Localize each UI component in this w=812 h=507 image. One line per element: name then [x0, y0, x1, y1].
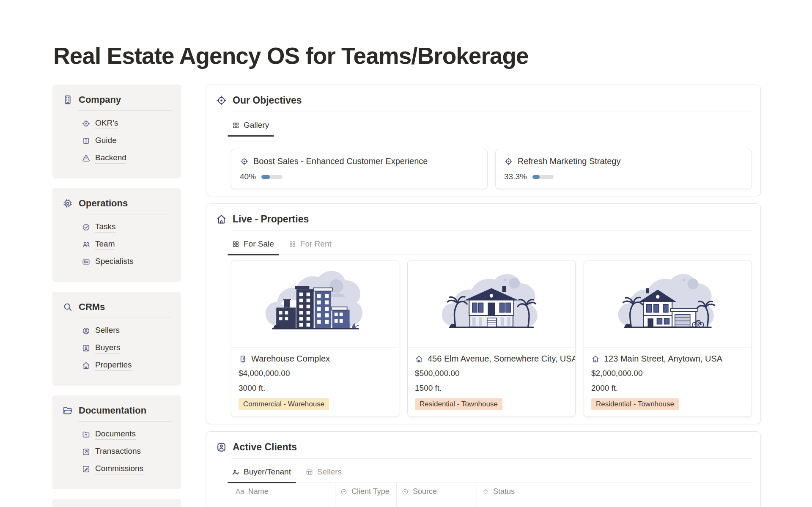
column-header-name[interactable]: Aa Name	[231, 483, 335, 507]
property-title: Warehouse Complex	[251, 354, 330, 364]
divider	[78, 421, 172, 422]
select-icon	[340, 488, 348, 496]
text-icon: Aa	[236, 488, 244, 496]
open-book-icon	[82, 137, 91, 145]
warning-icon	[82, 154, 91, 163]
sidebar-item-guide[interactable]: Guide	[82, 135, 176, 146]
property-size: 2000 ft.	[591, 384, 744, 393]
sidebar-item-label: Buyers	[95, 343, 120, 354]
id-card-icon	[82, 258, 91, 266]
progress-bar	[261, 175, 283, 179]
tab-for-rent[interactable]: For Rent	[288, 231, 332, 255]
property-card[interactable]: Warehouse Complex $4,000,000.00 3000 ft.…	[231, 260, 399, 417]
sidebar-item-label: Commissions	[95, 464, 143, 474]
property-tag: Commercial - Warehouse	[239, 398, 329, 410]
sidebar-section-title: Documentation	[79, 405, 146, 416]
sidebar-section-crms: CRMs Sellers Buyers Properties	[52, 292, 181, 386]
property-card[interactable]: 456 Elm Avenue, Somewhere City, USA $500…	[407, 260, 576, 417]
objective-title: Boost Sales - Enhanced Customer Experien…	[253, 156, 428, 166]
sidebar-item-team[interactable]: Team	[82, 239, 176, 250]
home-icon	[216, 214, 227, 225]
folder-open-icon	[62, 405, 73, 416]
tab-label: For Rent	[300, 239, 332, 249]
tab-sellers[interactable]: Sellers	[304, 459, 343, 482]
sidebar-item-label: Sellers	[95, 326, 120, 336]
target-icon	[240, 157, 249, 166]
property-card[interactable]: 123 Main Street, Anytown, USA $2,000,000…	[584, 260, 752, 417]
person-card-icon	[216, 441, 227, 453]
grid-icon	[288, 240, 296, 248]
check-circle-icon	[82, 223, 91, 232]
divider	[78, 214, 172, 214]
property-tag: Residential - Townhouse	[591, 398, 679, 410]
sidebar-item-buyers[interactable]: Buyers	[82, 343, 176, 354]
user-square-icon	[82, 344, 91, 353]
home-icon	[591, 355, 600, 363]
search-icon	[62, 301, 73, 312]
sidebar-section-marketing: Marketing Brand Assets	[52, 499, 181, 507]
property-size: 1500 ft.	[415, 384, 568, 393]
progress-bar-fill	[532, 175, 540, 179]
folder-plus-icon	[82, 430, 91, 439]
user-circle-icon	[82, 326, 91, 335]
building-icon	[62, 94, 73, 105]
sidebar-item-tasks[interactable]: Tasks	[82, 222, 176, 233]
target-icon	[504, 157, 513, 166]
clients-table-header: Aa Name Client Type Source Status	[231, 483, 752, 507]
home-icon	[415, 355, 423, 363]
sidebar-item-documents[interactable]: Documents	[82, 429, 176, 440]
tab-label: For Sale	[244, 239, 274, 249]
column-header-source[interactable]: Source	[397, 483, 477, 507]
sidebar-item-label: Guide	[95, 136, 117, 146]
property-title: 456 Elm Avenue, Somewhere City, USA	[428, 354, 576, 364]
grid-icon	[232, 121, 240, 129]
objective-card[interactable]: Refresh Marketing Strategy 33.3%	[495, 149, 752, 189]
tab-label: Gallery	[244, 121, 269, 130]
column-header-status[interactable]: Status	[477, 483, 752, 507]
property-title: 123 Main Street, Anytown, USA	[604, 354, 722, 364]
home-icon	[82, 361, 91, 370]
tab-buyer-tenant[interactable]: Buyer/Tenant	[231, 459, 292, 482]
objective-card[interactable]: Boost Sales - Enhanced Customer Experien…	[231, 149, 488, 189]
sidebar-item-label: Team	[95, 239, 115, 250]
sidebar-item-backend[interactable]: Backend	[82, 153, 176, 164]
divider	[78, 318, 172, 318]
sidebar-item-specialists[interactable]: Specialists	[82, 256, 176, 267]
divider	[78, 110, 172, 111]
sidebar-item-sellers[interactable]: Sellers	[82, 325, 176, 336]
sidebar-item-transactions[interactable]: Transactions	[82, 446, 176, 457]
objectives-tabs: Gallery	[231, 112, 752, 136]
sidebar-item-commissions[interactable]: Commissions	[82, 463, 176, 474]
sidebar-item-label: Tasks	[95, 222, 116, 233]
tab-gallery[interactable]: Gallery	[231, 112, 270, 136]
main-content: Our Objectives Gallery Boost Sales - Enh…	[206, 85, 761, 507]
property-illustration-city-buildings	[258, 267, 373, 341]
progress-bar	[532, 175, 554, 179]
property-price: $2,000,000.00	[591, 369, 744, 378]
property-size: 3000 ft.	[239, 384, 392, 393]
select-icon	[401, 488, 409, 496]
sidebar-section-company: Company OKR’s Guide Backend	[52, 85, 181, 178]
progress-bar-fill	[261, 175, 270, 179]
sidebar-item-label: Specialists	[95, 257, 134, 267]
sidebar-item-label: Properties	[95, 360, 132, 371]
properties-card: Live - Properties For Sale For Rent	[206, 203, 761, 424]
column-label: Client Type	[351, 487, 390, 496]
column-header-client-type[interactable]: Client Type	[335, 483, 397, 507]
tab-label: Sellers	[317, 467, 342, 477]
pen-square-icon	[82, 465, 91, 474]
target-icon	[82, 119, 91, 128]
sidebar-section-documentation: Documentation Documents Transactions Com…	[52, 395, 181, 489]
properties-tabs: For Sale For Rent	[231, 231, 752, 255]
clients-card: Active Clients Buyer/Tenant Sellers Aa	[206, 431, 761, 507]
user-check-icon	[232, 468, 240, 476]
tab-for-sale[interactable]: For Sale	[231, 231, 275, 255]
progress-label: 40%	[240, 172, 256, 181]
sidebar-item-label: Transactions	[95, 447, 141, 457]
objective-title: Refresh Marketing Strategy	[518, 156, 620, 166]
sidebar-item-properties[interactable]: Properties	[82, 360, 176, 371]
progress-label: 33.3%	[504, 172, 527, 181]
sidebar: Company OKR’s Guide Backend	[52, 85, 181, 507]
sidebar-item-okrs[interactable]: OKR’s	[82, 118, 176, 129]
status-icon	[482, 488, 489, 496]
